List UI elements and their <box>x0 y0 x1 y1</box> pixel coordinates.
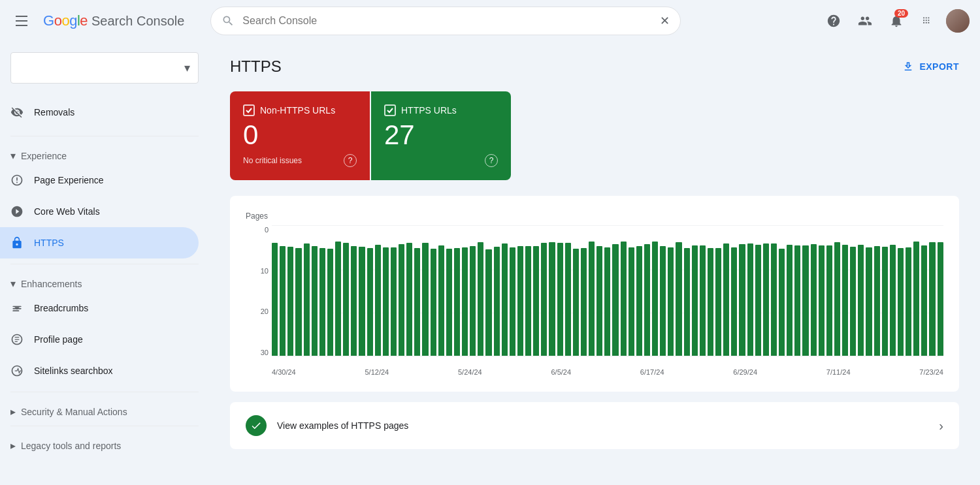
chart-bar <box>327 249 333 356</box>
chart-bar <box>858 245 864 356</box>
chart-bar <box>929 242 935 356</box>
sidebar-item-core-web-vitals[interactable]: Core Web Vitals <box>0 196 199 227</box>
menu-button[interactable] <box>10 10 33 31</box>
chart-bar <box>541 243 547 356</box>
export-label: EXPORT <box>919 61 959 72</box>
chart-bar <box>287 247 293 356</box>
sidebar-item-core-web-vitals-label: Core Web Vitals <box>34 206 100 217</box>
property-chevron-icon: ▾ <box>184 61 190 75</box>
search-input[interactable] <box>242 15 652 27</box>
chart-bar <box>438 245 444 356</box>
chart-bar <box>462 247 468 356</box>
non-https-info-icon[interactable]: ? <box>344 154 357 167</box>
legacy-group-label: Legacy tools and reports <box>21 441 121 451</box>
chart-bar <box>660 246 666 356</box>
chart-bar <box>319 248 325 356</box>
sidebar-item-sitelinks-searchbox[interactable]: Sitelinks searchbox <box>0 355 199 386</box>
chart-bar <box>636 246 642 356</box>
chart-bar <box>700 245 706 356</box>
chart-bar <box>549 242 555 356</box>
chart-bar <box>747 243 753 356</box>
chart-bar <box>723 243 729 356</box>
chart-bar <box>375 245 381 356</box>
user-avatar[interactable] <box>946 9 970 33</box>
export-button[interactable]: EXPORT <box>902 61 959 72</box>
non-https-label: Non-HTTPS URLs <box>260 105 335 116</box>
chart-bar <box>668 247 674 356</box>
property-selector[interactable]: ▾ <box>10 52 199 84</box>
content-header: HTTPS EXPORT <box>230 57 959 76</box>
page-title: HTTPS <box>230 57 282 76</box>
chart-bar <box>565 243 571 356</box>
search-icon <box>221 14 235 27</box>
chart-bar <box>406 243 412 356</box>
bottom-card-left: View examples of HTTPS pages <box>246 415 408 436</box>
https-icon <box>10 236 24 249</box>
sidebar-group-security[interactable]: ▸ Security & Manual Actions <box>0 398 209 420</box>
chart-bar <box>351 246 357 356</box>
chart-bar <box>446 249 452 356</box>
https-info-icon[interactable]: ? <box>485 154 498 167</box>
sidebar-item-removals[interactable]: Removals <box>0 97 199 128</box>
sidebar-divider-3 <box>10 392 199 392</box>
chart-bar <box>510 247 515 356</box>
chart-bar <box>802 245 808 356</box>
https-footer: ? <box>384 154 498 167</box>
apps-button[interactable] <box>915 8 941 34</box>
account-people-button[interactable] <box>852 8 878 34</box>
logo[interactable]: Google Search Console <box>43 12 184 29</box>
chart-bar <box>414 248 420 356</box>
help-button[interactable] <box>821 8 847 34</box>
x-tick-2: 5/12/24 <box>365 368 389 376</box>
chart-bar <box>779 249 785 356</box>
sidebar-item-sitelinks-label: Sitelinks searchbox <box>34 366 113 376</box>
core-web-vitals-icon <box>10 205 24 218</box>
chart-bar <box>692 245 698 356</box>
chart-bar <box>304 243 310 356</box>
chart-bar <box>906 247 911 356</box>
chart-bar <box>485 249 491 356</box>
stats-row: Non-HTTPS URLs 0 No critical issues ? HT… <box>230 91 511 180</box>
header-actions: 20 <box>821 8 970 34</box>
sidebar-divider-2 <box>10 264 199 264</box>
chart-bar <box>739 244 745 356</box>
chart-bar <box>573 249 579 356</box>
svg-rect-0 <box>12 306 21 307</box>
https-examples-card[interactable]: View examples of HTTPS pages › <box>230 402 959 449</box>
sidebar-group-legacy[interactable]: ▸ Legacy tools and reports <box>0 431 209 454</box>
y-tick-20: 20 <box>246 307 269 315</box>
chart-y-axis: 30 20 10 0 <box>246 226 269 356</box>
chart-bar <box>525 246 531 356</box>
sidebar-item-https[interactable]: HTTPS <box>0 227 199 258</box>
clear-search-button[interactable]: ✕ <box>660 14 670 28</box>
clear-icon: ✕ <box>660 14 670 28</box>
chart-bar <box>422 243 428 356</box>
y-tick-0: 0 <box>246 226 269 234</box>
chart-bar <box>771 243 777 356</box>
sidebar-divider-4 <box>10 426 199 426</box>
sidebar-item-page-experience[interactable]: Page Experience <box>0 164 199 196</box>
header: Google Search Console ✕ <box>0 0 980 42</box>
chart-bar <box>612 244 618 356</box>
chart-bar <box>470 246 476 356</box>
stat-card-https: HTTPS URLs 27 ? <box>371 91 511 180</box>
chart-bar <box>557 243 563 356</box>
sidebar-item-profile-page[interactable]: Profile page <box>0 324 199 355</box>
chart-bar <box>882 247 888 356</box>
x-tick-4: 6/5/24 <box>551 368 571 376</box>
sidebar-group-enhancements[interactable]: ▾ Enhancements <box>0 270 209 292</box>
notifications-button[interactable]: 20 <box>883 8 909 34</box>
experience-group-label: Experience <box>21 151 67 161</box>
sidebar-item-breadcrumbs[interactable]: Breadcrumbs <box>0 292 199 324</box>
content-area: HTTPS EXPORT Non-HTTPS URLs <box>209 42 980 485</box>
chart-bar <box>866 247 872 356</box>
chart-bars <box>272 226 943 356</box>
chart-bar <box>629 247 634 356</box>
chart-wrapper: 30 20 10 0 4/30/24 5/12/24 <box>246 226 943 376</box>
chart-x-axis: 4/30/24 5/12/24 5/24/24 6/5/24 6/17/24 6… <box>272 358 943 376</box>
chart-bar <box>755 245 761 356</box>
chart-bar <box>684 248 690 356</box>
x-tick-3: 5/24/24 <box>458 368 482 376</box>
chart-bar <box>652 242 658 356</box>
sidebar-group-experience[interactable]: ▾ Experience <box>0 142 209 164</box>
